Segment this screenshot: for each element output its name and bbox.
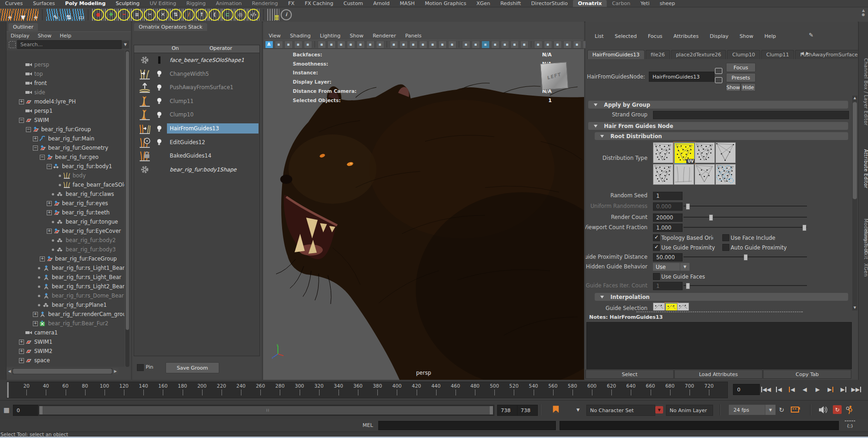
uniform-randomness-slider[interactable]: [683, 203, 807, 209]
outliner-item-camera1[interactable]: camera1: [6, 328, 124, 337]
expand-icon[interactable]: +: [40, 256, 45, 262]
outliner-horizontal-scrollbar[interactable]: ◀ ▶: [6, 368, 118, 374]
sphere-icon[interactable]: ▪: [534, 41, 542, 49]
circle-icon[interactable]: ▪: [419, 41, 427, 49]
film-strip-icon[interactable]: ▪: [400, 41, 408, 49]
outliner-menu-display[interactable]: Display: [6, 33, 34, 39]
grid-icon[interactable]: ▪: [390, 41, 398, 49]
dots-icon[interactable]: ▪: [429, 41, 437, 49]
stack-row-face-bearr-facesoloshape1[interactable]: face_bearr_faceSOloShape1: [134, 53, 259, 67]
outliner-item-bear-rig-fur-rs-light2-bear[interactable]: bear_rig_fur:rs_Light2_Bear: [6, 282, 124, 291]
viewport-menu-shading[interactable]: Shading: [285, 33, 315, 39]
ae-menu-show[interactable]: Show: [734, 33, 759, 39]
current-time-marker[interactable]: [7, 382, 9, 398]
ae-menu-attributes[interactable]: Attributes: [668, 33, 704, 39]
sidebar-tab-xgen[interactable]: XGen: [859, 261, 868, 280]
stack-row-bear-rig-fur-body1shape[interactable]: bear_rig_fur:body1Shape: [134, 163, 259, 176]
resolution-gate-icon[interactable]: ▪: [337, 41, 345, 49]
expand-icon[interactable]: +: [19, 99, 24, 104]
strand-group-field[interactable]: [653, 111, 849, 119]
menu-fx[interactable]: FX: [283, 0, 300, 7]
play-backwards-button[interactable]: ◀: [798, 384, 811, 395]
outliner-item-bear-rig-fur-claws[interactable]: bear_rig_fur:claws: [6, 189, 124, 199]
guide-proximity-distance-field[interactable]: 50.000: [653, 253, 683, 262]
step-back-frame-button[interactable]: ◀: [772, 384, 785, 395]
collapse-icon[interactable]: −: [33, 146, 38, 151]
anim-end-field-1[interactable]: 738: [497, 405, 518, 416]
grid-icon[interactable]: ▦: [2, 405, 11, 414]
enabled-bulb-icon[interactable]: [157, 139, 161, 145]
outliner-item-model4-lyre-ph[interactable]: +model4:lyre_PH: [6, 97, 124, 106]
bulb-icon[interactable]: ▪: [520, 41, 529, 49]
select-highlight-icon[interactable]: A: [265, 41, 273, 49]
preferences-runner-icon[interactable]: [845, 405, 855, 414]
outliner-item-bear-rig-fur-main[interactable]: +bear_rig_fur:Main: [6, 134, 124, 143]
scissors-icon[interactable]: ✂: [144, 9, 156, 21]
collapse-icon[interactable]: −: [26, 127, 31, 132]
ae-menu-help[interactable]: Help: [759, 33, 782, 39]
distribution-option-random-area[interactable]: [695, 142, 715, 163]
hair-create-icon[interactable]: +: [0, 9, 12, 21]
guide-selection-option-lines[interactable]: [677, 303, 689, 310]
uniform-randomness-field[interactable]: 0.000: [653, 202, 683, 211]
menu-fx-caching[interactable]: FX Caching: [300, 0, 339, 7]
guide-proximity-distance-slider[interactable]: [683, 254, 807, 260]
node-tab-place2dtexture26[interactable]: place2dTexture26: [671, 50, 726, 59]
wireframe-cube-icon[interactable]: ▪: [462, 41, 470, 49]
range-grip-icon[interactable]: ⁞⁞: [266, 408, 270, 413]
focus-button[interactable]: Focus: [726, 63, 756, 72]
shadow-icon[interactable]: ▪: [501, 41, 509, 49]
outliner-item-bear-rig-fur-rs-light1-bear[interactable]: bear_rig_fur:rs_Light1_Bear: [6, 263, 124, 273]
expand-icon[interactable]: +: [47, 210, 52, 215]
expand-icon[interactable]: +: [33, 136, 38, 141]
outliner-item-bear-rig-fur-pplane1[interactable]: bear_rig_fur:pPlane1: [6, 300, 124, 310]
script-editor-icon[interactable]: {;}: [845, 420, 855, 431]
image-icon[interactable]: ▪: [438, 41, 447, 49]
distribution-option-face-center[interactable]: [695, 164, 715, 185]
surface-add-icon[interactable]: +: [26, 9, 38, 21]
enabled-bulb-icon[interactable]: [157, 126, 161, 132]
render-count-slider[interactable]: [683, 214, 807, 220]
menu-sculpting[interactable]: Sculpting: [111, 0, 144, 7]
sidebar-tab-channel-box-layer-editor[interactable]: Channel Box / Layer Editor: [859, 54, 868, 130]
render-count-field[interactable]: 20000: [653, 213, 683, 222]
root-dot-icon[interactable]: ●: [92, 9, 104, 21]
menu-xgen[interactable]: XGen: [471, 0, 495, 7]
left-camera-image-plane[interactable]: LEFT: [540, 62, 568, 90]
pencil-icon[interactable]: ▪: [376, 41, 384, 49]
distribution-option-random-face[interactable]: [653, 164, 673, 185]
menu-carbon[interactable]: Carbon: [607, 0, 635, 7]
fps-dropdown[interactable]: 24 fps▼: [729, 405, 776, 415]
timeline-ruler[interactable]: 2040608010012014016018020022024026028030…: [6, 382, 728, 398]
outliner-item-bear-rig-fur-bear-fur2[interactable]: +bear_rig_fur:Bear_Fur2: [6, 319, 124, 328]
pin-checkbox[interactable]: [137, 364, 144, 371]
viewport-menu-show[interactable]: Show: [345, 33, 368, 39]
node-name-field[interactable]: HairFromGuides13: [649, 72, 714, 82]
outliner-item-swim2[interactable]: +SWIM2: [6, 347, 124, 356]
scroll-left-icon[interactable]: ◀: [6, 368, 12, 374]
enabled-bulb-icon[interactable]: [157, 112, 161, 118]
menu-redshift[interactable]: Redshift: [495, 0, 526, 7]
info-icon[interactable]: i: [280, 9, 292, 21]
use-guide-faces-checkbox[interactable]: [653, 273, 660, 280]
outliner-item-bear-rig-fur-eyecover[interactable]: +bear_rig_fur:EyeCover: [6, 226, 124, 236]
outliner-item-bear-rig-fur-rs-dome-bear[interactable]: bear_rig_fur:rs_Dome_Bear: [6, 291, 124, 300]
outliner-item-swim1[interactable]: +SWIM1: [6, 337, 124, 347]
outliner-item-persp[interactable]: persp: [6, 60, 124, 69]
swap-input-icon[interactable]: [715, 68, 722, 74]
menu-mash[interactable]: MASH: [394, 0, 419, 7]
outliner-vertical-scrollbar[interactable]: [125, 50, 129, 367]
camera-icon[interactable]: ▪: [318, 41, 326, 49]
menu-animation[interactable]: Animation: [211, 0, 247, 7]
step-back-key-button[interactable]: ◀: [785, 384, 798, 395]
outliner-item-bear-rig-fur-body1[interactable]: −bear_rig_fur:body1: [6, 162, 124, 171]
bookmark-icon[interactable]: [551, 405, 560, 414]
outliner-item-bear-rig-fur-group[interactable]: −bear_rig_fur:Group: [6, 125, 124, 134]
section-apply-by-group[interactable]: Apply by Group: [588, 101, 848, 109]
lift-icon[interactable]: ↑: [196, 9, 208, 21]
guide-selection-option-selected[interactable]: [665, 303, 678, 310]
anim-end-field-2[interactable]: 738: [517, 405, 538, 416]
presets-button[interactable]: Presets: [726, 73, 756, 82]
menu-ornatrix[interactable]: Ornatrix: [573, 0, 607, 7]
distribution-option-vertex[interactable]: [715, 142, 736, 163]
